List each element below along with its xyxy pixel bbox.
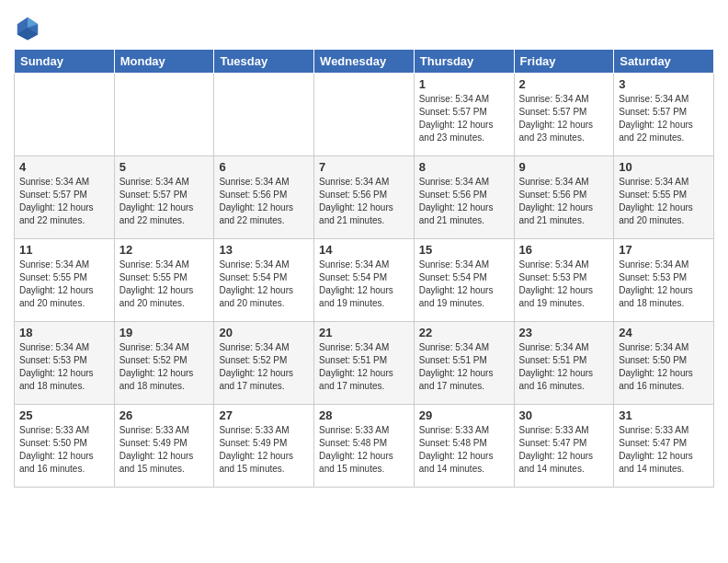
- cell-info: Sunrise: 5:34 AMSunset: 5:56 PMDaylight:…: [319, 176, 409, 227]
- day-number: 23: [519, 326, 609, 339]
- cell-info: Sunrise: 5:34 AMSunset: 5:53 PMDaylight:…: [19, 341, 109, 393]
- cell-info: Sunrise: 5:34 AMSunset: 5:53 PMDaylight:…: [519, 259, 609, 310]
- calendar-cell: 19Sunrise: 5:34 AMSunset: 5:52 PMDayligh…: [114, 322, 214, 405]
- calendar-cell: 18Sunrise: 5:34 AMSunset: 5:53 PMDayligh…: [15, 322, 115, 405]
- day-number: 25: [19, 408, 109, 422]
- calendar-cell: 12Sunrise: 5:34 AMSunset: 5:55 PMDayligh…: [114, 239, 214, 322]
- week-row-3: 11Sunrise: 5:34 AMSunset: 5:55 PMDayligh…: [15, 239, 714, 322]
- calendar-cell: 16Sunrise: 5:34 AMSunset: 5:53 PMDayligh…: [514, 239, 614, 322]
- day-number: 30: [519, 408, 609, 422]
- calendar-cell: 17Sunrise: 5:34 AMSunset: 5:53 PMDayligh…: [614, 239, 714, 322]
- day-number: 8: [419, 160, 509, 174]
- cell-info: Sunrise: 5:34 AMSunset: 5:51 PMDaylight:…: [419, 341, 509, 393]
- calendar-cell: 1Sunrise: 5:34 AMSunset: 5:57 PMDaylight…: [414, 74, 514, 156]
- cell-info: Sunrise: 5:34 AMSunset: 5:53 PMDaylight:…: [619, 259, 709, 310]
- header: [14, 9, 714, 41]
- calendar-cell: [114, 74, 214, 156]
- day-number: 17: [619, 243, 709, 257]
- cell-info: Sunrise: 5:34 AMSunset: 5:51 PMDaylight:…: [319, 341, 409, 393]
- day-number: 29: [419, 408, 509, 422]
- calendar-cell: 8Sunrise: 5:34 AMSunset: 5:56 PMDaylight…: [414, 156, 514, 239]
- day-number: 28: [319, 408, 409, 422]
- calendar-cell: 28Sunrise: 5:33 AMSunset: 5:48 PMDayligh…: [314, 405, 415, 488]
- cell-info: Sunrise: 5:34 AMSunset: 5:50 PMDaylight:…: [619, 341, 709, 393]
- calendar-cell: 26Sunrise: 5:33 AMSunset: 5:49 PMDayligh…: [114, 405, 214, 488]
- calendar-cell: 22Sunrise: 5:34 AMSunset: 5:51 PMDayligh…: [414, 322, 514, 405]
- day-number: 18: [19, 326, 109, 339]
- calendar-cell: 7Sunrise: 5:34 AMSunset: 5:56 PMDaylight…: [314, 156, 415, 239]
- cell-info: Sunrise: 5:33 AMSunset: 5:47 PMDaylight:…: [619, 424, 709, 476]
- day-number: 2: [519, 77, 609, 91]
- day-number: 31: [619, 408, 709, 422]
- day-number: 19: [119, 326, 210, 339]
- cell-info: Sunrise: 5:33 AMSunset: 5:50 PMDaylight:…: [19, 424, 109, 476]
- day-number: 7: [319, 160, 409, 174]
- day-number: 14: [319, 243, 409, 257]
- day-number: 13: [219, 243, 309, 257]
- cell-info: Sunrise: 5:34 AMSunset: 5:56 PMDaylight:…: [519, 176, 609, 227]
- calendar-cell: 10Sunrise: 5:34 AMSunset: 5:55 PMDayligh…: [614, 156, 714, 239]
- calendar-cell: 30Sunrise: 5:33 AMSunset: 5:47 PMDayligh…: [514, 405, 614, 488]
- calendar-cell: 13Sunrise: 5:34 AMSunset: 5:54 PMDayligh…: [214, 239, 314, 322]
- day-header-thursday: Thursday: [414, 50, 514, 74]
- calendar-cell: 27Sunrise: 5:33 AMSunset: 5:49 PMDayligh…: [214, 405, 314, 488]
- day-number: 15: [419, 243, 509, 257]
- day-number: 5: [119, 160, 210, 174]
- calendar-cell: 9Sunrise: 5:34 AMSunset: 5:56 PMDaylight…: [514, 156, 614, 239]
- logo: [14, 14, 45, 41]
- day-header-monday: Monday: [114, 50, 214, 74]
- day-number: 4: [19, 160, 109, 174]
- day-number: 6: [219, 160, 309, 174]
- calendar-cell: 3Sunrise: 5:34 AMSunset: 5:57 PMDaylight…: [614, 74, 714, 156]
- days-header-row: SundayMondayTuesdayWednesdayThursdayFrid…: [15, 50, 714, 74]
- cell-info: Sunrise: 5:34 AMSunset: 5:51 PMDaylight:…: [519, 341, 609, 393]
- cell-info: Sunrise: 5:33 AMSunset: 5:48 PMDaylight:…: [419, 424, 509, 476]
- day-header-friday: Friday: [514, 50, 614, 74]
- day-number: 16: [519, 243, 609, 257]
- cell-info: Sunrise: 5:34 AMSunset: 5:57 PMDaylight:…: [419, 93, 509, 144]
- cell-info: Sunrise: 5:34 AMSunset: 5:55 PMDaylight:…: [119, 259, 210, 310]
- day-number: 27: [219, 408, 309, 422]
- week-row-2: 4Sunrise: 5:34 AMSunset: 5:57 PMDaylight…: [15, 156, 714, 239]
- day-header-sunday: Sunday: [15, 50, 115, 74]
- day-number: 20: [219, 326, 309, 339]
- calendar-cell: 25Sunrise: 5:33 AMSunset: 5:50 PMDayligh…: [15, 405, 115, 488]
- logo-icon: [14, 14, 41, 41]
- day-number: 10: [619, 160, 709, 174]
- week-row-4: 18Sunrise: 5:34 AMSunset: 5:53 PMDayligh…: [15, 322, 714, 405]
- day-number: 1: [419, 77, 509, 91]
- week-row-1: 1Sunrise: 5:34 AMSunset: 5:57 PMDaylight…: [15, 74, 714, 156]
- cell-info: Sunrise: 5:34 AMSunset: 5:56 PMDaylight:…: [419, 176, 509, 227]
- cell-info: Sunrise: 5:34 AMSunset: 5:52 PMDaylight:…: [119, 341, 210, 393]
- day-number: 22: [419, 326, 509, 339]
- calendar-cell: 29Sunrise: 5:33 AMSunset: 5:48 PMDayligh…: [414, 405, 514, 488]
- calendar-cell: 23Sunrise: 5:34 AMSunset: 5:51 PMDayligh…: [514, 322, 614, 405]
- day-header-wednesday: Wednesday: [314, 50, 415, 74]
- day-number: 11: [19, 243, 109, 257]
- day-number: 21: [319, 326, 409, 339]
- cell-info: Sunrise: 5:33 AMSunset: 5:47 PMDaylight:…: [519, 424, 609, 476]
- calendar-cell: 6Sunrise: 5:34 AMSunset: 5:56 PMDaylight…: [214, 156, 314, 239]
- day-header-tuesday: Tuesday: [214, 50, 314, 74]
- day-number: 12: [119, 243, 210, 257]
- cell-info: Sunrise: 5:34 AMSunset: 5:52 PMDaylight:…: [219, 341, 309, 393]
- cell-info: Sunrise: 5:34 AMSunset: 5:54 PMDaylight:…: [319, 259, 409, 310]
- cell-info: Sunrise: 5:34 AMSunset: 5:54 PMDaylight:…: [219, 259, 309, 310]
- cell-info: Sunrise: 5:34 AMSunset: 5:54 PMDaylight:…: [419, 259, 509, 310]
- calendar-cell: [15, 74, 115, 156]
- calendar-cell: 20Sunrise: 5:34 AMSunset: 5:52 PMDayligh…: [214, 322, 314, 405]
- cell-info: Sunrise: 5:34 AMSunset: 5:57 PMDaylight:…: [19, 176, 109, 227]
- week-row-5: 25Sunrise: 5:33 AMSunset: 5:50 PMDayligh…: [15, 405, 714, 488]
- day-number: 9: [519, 160, 609, 174]
- calendar-cell: 31Sunrise: 5:33 AMSunset: 5:47 PMDayligh…: [614, 405, 714, 488]
- cell-info: Sunrise: 5:33 AMSunset: 5:49 PMDaylight:…: [219, 424, 309, 476]
- cell-info: Sunrise: 5:34 AMSunset: 5:55 PMDaylight:…: [19, 259, 109, 310]
- calendar-table: SundayMondayTuesdayWednesdayThursdayFrid…: [14, 49, 714, 488]
- calendar-cell: 4Sunrise: 5:34 AMSunset: 5:57 PMDaylight…: [15, 156, 115, 239]
- calendar-cell: 11Sunrise: 5:34 AMSunset: 5:55 PMDayligh…: [15, 239, 115, 322]
- calendar-cell: 14Sunrise: 5:34 AMSunset: 5:54 PMDayligh…: [314, 239, 415, 322]
- calendar-cell: 24Sunrise: 5:34 AMSunset: 5:50 PMDayligh…: [614, 322, 714, 405]
- day-header-saturday: Saturday: [614, 50, 714, 74]
- cell-info: Sunrise: 5:33 AMSunset: 5:48 PMDaylight:…: [319, 424, 409, 476]
- cell-info: Sunrise: 5:34 AMSunset: 5:56 PMDaylight:…: [219, 176, 309, 227]
